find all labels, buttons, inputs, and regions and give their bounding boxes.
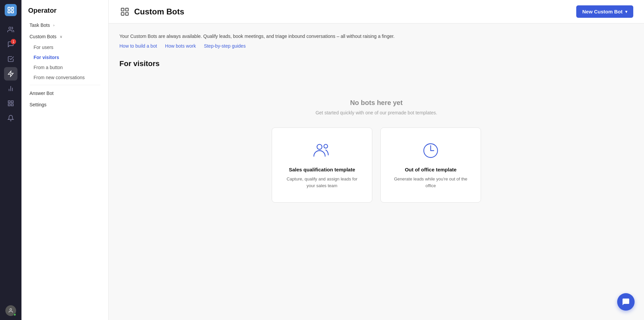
sidebar-item-answer-bot[interactable]: Answer Bot [25,88,104,99]
svg-point-13 [10,309,11,310]
empty-state-description: Get started quickly with one of our prem… [316,110,437,115]
sidebar-sub-item-label: For visitors [34,55,59,60]
header-left: Custom Bots [119,6,184,17]
icon-nav: 1 [0,0,21,320]
sales-qualification-desc: Capture, qualify and assign leads for yo… [283,176,361,189]
nav-inbox-icon[interactable]: 1 [4,38,17,51]
content-area: Your Custom Bots are always available. Q… [109,23,644,320]
sidebar-item-settings[interactable]: Settings [25,99,104,110]
chat-fab-button[interactable] [617,293,635,311]
sidebar-item-from-new-conversations[interactable]: From new conversations [25,73,104,82]
sidebar-sub-item-label: From new conversations [34,75,85,80]
svg-rect-11 [8,104,10,106]
nav-tasks-icon[interactable] [4,52,17,66]
sidebar-title: Operator [21,0,108,20]
nav-bots-icon[interactable] [4,67,17,81]
svg-rect-15 [125,8,128,11]
step-by-step-link[interactable]: Step-by-step guides [204,43,246,49]
inbox-badge: 1 [11,39,16,44]
page-header: Custom Bots New Custom Bot ▾ [109,0,644,23]
svg-rect-2 [8,11,10,13]
svg-point-4 [9,27,11,30]
svg-rect-1 [11,7,13,9]
svg-point-18 [317,144,322,149]
sidebar: Operator Task Bots › Custom Bots ∨ For u… [21,0,109,320]
svg-point-19 [324,144,328,148]
svg-marker-5 [8,71,13,77]
svg-rect-3 [11,11,13,13]
sidebar-item-for-users[interactable]: For users [25,43,104,52]
sidebar-section: Task Bots › Custom Bots ∨ For users For … [21,20,108,111]
main-content: Custom Bots New Custom Bot ▾ Your Custom… [109,0,644,320]
sidebar-item-from-a-button[interactable]: From a button [25,63,104,72]
sales-qualification-template-card[interactable]: Sales qualification template Capture, qu… [272,127,372,203]
sidebar-item-label: Task Bots [30,22,50,28]
how-bots-work-link[interactable]: How bots work [165,43,196,49]
templates-row: Sales qualification template Capture, qu… [272,127,481,203]
help-links-row: How to build a bot How bots work Step-by… [119,43,633,49]
online-indicator [13,313,16,316]
out-of-office-template-card[interactable]: Out of office template Generate leads wh… [380,127,481,203]
sidebar-item-label: Answer Bot [30,91,54,96]
sidebar-divider [30,85,100,85]
empty-state-title: No bots here yet [350,99,403,107]
user-avatar[interactable] [5,305,16,316]
out-of-office-title: Out of office template [405,167,457,172]
svg-rect-12 [11,104,13,106]
out-of-office-desc: Generate leads while you're out of the o… [391,176,470,189]
empty-state: No bots here yet Get started quickly wit… [119,79,633,223]
nav-apps-icon[interactable] [4,97,17,110]
dropdown-arrow-icon: ▾ [625,9,627,14]
nav-reports-icon[interactable] [4,82,17,95]
svg-rect-10 [11,101,13,103]
clock-icon [421,141,440,160]
page-title: Custom Bots [134,7,184,16]
sidebar-sub-item-label: For users [34,45,53,50]
chevron-right-icon: › [53,23,55,27]
chevron-down-icon: ∨ [60,35,62,39]
svg-rect-9 [8,101,10,103]
svg-rect-14 [121,8,124,11]
svg-rect-17 [125,12,128,15]
sidebar-item-custom-bots[interactable]: Custom Bots ∨ [25,31,104,42]
sidebar-item-label: Custom Bots [30,34,56,39]
sidebar-item-label: Settings [30,102,47,107]
svg-rect-16 [121,12,124,15]
section-title: For visitors [119,59,633,68]
sidebar-sub-item-label: From a button [34,65,63,70]
nav-contacts-icon[interactable] [4,23,17,36]
sidebar-item-task-bots[interactable]: Task Bots › [25,20,104,31]
page-description: Your Custom Bots are always available. Q… [119,33,633,40]
sidebar-item-for-visitors[interactable]: For visitors [25,53,104,62]
svg-rect-0 [8,7,10,9]
new-custom-bot-button[interactable]: New Custom Bot ▾ [576,5,633,18]
page-icon [119,6,130,17]
sales-qualification-title: Sales qualification template [289,167,355,172]
app-logo[interactable] [5,4,17,16]
nav-notifications-icon[interactable] [4,111,17,125]
how-to-build-link[interactable]: How to build a bot [119,43,157,49]
people-icon [313,141,331,160]
